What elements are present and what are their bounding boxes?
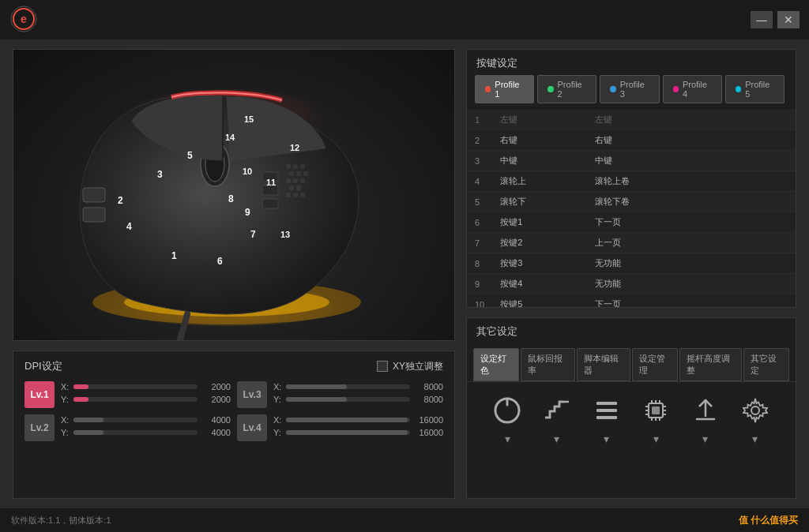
row-action: 下一页: [587, 212, 796, 233]
svg-rect-46: [596, 409, 617, 412]
profile-5-label: Profile 5: [745, 80, 774, 99]
other-icons-row: ▾ ▾: [467, 382, 796, 456]
lv1-badge[interactable]: Lv.1: [24, 381, 55, 408]
table-row[interactable]: 9 按键4 无功能: [467, 274, 796, 294]
lv4-badge[interactable]: Lv.4: [237, 414, 267, 441]
version-text: 软件版本:1.1，韧体版本:1: [11, 515, 111, 526]
list-icon-btn[interactable]: [589, 393, 624, 428]
svg-text:9: 9: [245, 207, 250, 218]
chip-icon-btn[interactable]: [638, 393, 673, 428]
chevron-4[interactable]: ▾: [638, 433, 673, 445]
other-tab-script[interactable]: 脚本编辑器: [577, 348, 630, 381]
table-row[interactable]: 2 右键 右键: [467, 130, 796, 151]
row-key: 按键4: [492, 274, 587, 294]
profile-tab-5[interactable]: Profile 5: [725, 75, 785, 103]
svg-text:10: 10: [243, 167, 252, 176]
chevron-2[interactable]: ▾: [540, 433, 574, 445]
svg-text:13: 13: [280, 230, 290, 239]
other-tab-height[interactable]: 摇杆高度调整: [679, 348, 741, 381]
steps-icon-btn[interactable]: [540, 393, 574, 428]
profile-4-dot: [673, 86, 679, 92]
dpi-lv4-y-fill: [286, 430, 408, 435]
other-tab-manage[interactable]: 设定管理: [632, 348, 678, 381]
minimize-button[interactable]: —: [751, 11, 773, 28]
table-row[interactable]: 3 中键 中键: [467, 151, 796, 171]
watermark-text: 值 什么值得买: [739, 514, 798, 527]
svg-text:1: 1: [171, 250, 177, 261]
table-row[interactable]: 6 按键1 下一页: [467, 212, 796, 233]
dpi-lv4-x-slider[interactable]: [286, 418, 410, 422]
svg-rect-23: [300, 178, 305, 183]
table-row[interactable]: 4 滚轮上 滚轮上卷: [467, 171, 796, 192]
other-tab-light[interactable]: 设定灯色: [473, 348, 519, 381]
svg-rect-28: [300, 193, 305, 197]
profile-tab-3[interactable]: Profile 3: [600, 75, 659, 103]
chevron-1[interactable]: ▾: [490, 433, 525, 445]
table-row[interactable]: 7 按键2 上一页: [467, 233, 796, 253]
key-table-wrapper[interactable]: 1 左键 左键 2 右键 右键 3 中键 中键 4 滚轮上 滚轮上卷 5 滚轮下…: [467, 110, 796, 307]
dpi-lv1-x-fill: [73, 384, 88, 389]
dpi-lv3-y-slider[interactable]: [286, 397, 410, 402]
profile-tab-1[interactable]: Profile 1: [475, 75, 534, 103]
svg-rect-21: [286, 178, 291, 183]
chevron-6[interactable]: ▾: [738, 433, 773, 445]
svg-rect-26: [286, 193, 291, 197]
icon-col-5: ▾: [688, 393, 723, 445]
chip-icon: [641, 395, 671, 425]
dpi-lv1-x-slider[interactable]: [73, 384, 198, 389]
dpi-lv4-y-value: 16000: [415, 428, 443, 437]
other-settings-title: 其它设定: [467, 318, 796, 343]
dpi-lv2-y-value: 4000: [202, 428, 231, 437]
xy-checkbox[interactable]: [377, 361, 388, 372]
close-button[interactable]: ✕: [777, 11, 800, 28]
svg-rect-10: [83, 188, 105, 202]
dpi-lv1-x-row: X: 2000: [61, 382, 231, 392]
icon-col-1: ▾: [490, 393, 525, 445]
other-tab-report[interactable]: 鼠标回报率: [521, 348, 574, 381]
row-action: 下一页: [587, 294, 796, 308]
lv3-badge[interactable]: Lv.3: [237, 381, 267, 408]
profile-tab-2[interactable]: Profile 2: [537, 75, 596, 103]
svg-rect-61: [652, 406, 660, 414]
row-num: 1: [467, 110, 492, 130]
table-row[interactable]: 8 按键3 无功能: [467, 253, 796, 274]
dpi-title: DPI设定: [24, 359, 62, 373]
table-row[interactable]: 1 左键 左键: [467, 110, 796, 130]
dpi-lv4-y-slider[interactable]: [286, 430, 410, 435]
row-action: 滚轮上卷: [587, 171, 796, 192]
dpi-lv1-y-row: Y: 2000: [61, 395, 231, 404]
table-row[interactable]: 10 按键5 下一页: [467, 294, 796, 308]
dpi-lv4-x-row: X: 16000: [273, 415, 443, 425]
dpi-lv4-xy: X: 16000 Y: 16000: [273, 415, 443, 440]
svg-text:e: e: [21, 13, 27, 25]
dpi-lv3-y-label: Y:: [273, 395, 281, 404]
svg-text:7: 7: [250, 229, 256, 240]
dpi-lv2-y-row: Y: 4000: [61, 428, 231, 437]
svg-text:4: 4: [126, 221, 132, 232]
svg-text:6: 6: [217, 256, 223, 267]
circle-icon-btn[interactable]: [490, 393, 525, 428]
left-panel: 1 2 3 4 5 6 7 8 9 10 11 12 13 14 15: [13, 49, 455, 499]
dpi-lv1-y-slider[interactable]: [73, 397, 198, 402]
profile-tab-4[interactable]: Profile 4: [663, 75, 722, 103]
svg-text:3: 3: [157, 169, 163, 180]
dpi-lv2-y-fill: [73, 430, 103, 435]
dpi-lv2-x-fill: [73, 418, 103, 422]
xy-label: XY独立调整: [393, 360, 443, 373]
row-num: 2: [467, 130, 492, 151]
svg-rect-45: [596, 402, 617, 405]
chevron-5[interactable]: ▾: [688, 433, 723, 445]
svg-text:11: 11: [266, 178, 276, 187]
other-tab-other[interactable]: 其它设定: [743, 348, 789, 381]
dpi-lv2-x-slider[interactable]: [73, 418, 198, 422]
main-content: 1 2 3 4 5 6 7 8 9 10 11 12 13 14 15: [0, 39, 809, 508]
lv2-badge[interactable]: Lv.2: [24, 414, 55, 441]
dpi-lv3-x-row: X: 8000: [273, 382, 443, 392]
gear-icon-btn[interactable]: [738, 393, 773, 428]
app-logo: e: [9, 5, 38, 36]
chevron-3[interactable]: ▾: [589, 433, 624, 445]
dpi-lv3-x-slider[interactable]: [286, 384, 410, 389]
dpi-lv2-y-slider[interactable]: [73, 430, 198, 435]
upload-icon-btn[interactable]: [688, 393, 723, 428]
table-row[interactable]: 5 滚轮下 滚轮下卷: [467, 192, 796, 212]
